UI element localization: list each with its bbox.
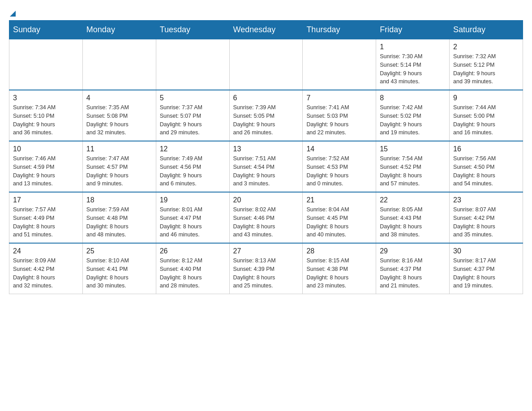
calendar-day-cell: 26Sunrise: 8:12 AM Sunset: 4:40 PM Dayli… xyxy=(156,243,229,294)
day-info: Sunrise: 8:16 AM Sunset: 4:37 PM Dayligh… xyxy=(380,257,446,290)
day-info: Sunrise: 8:10 AM Sunset: 4:41 PM Dayligh… xyxy=(86,257,152,290)
day-number: 22 xyxy=(380,196,446,204)
calendar-day-cell: 7Sunrise: 7:41 AM Sunset: 5:03 PM Daylig… xyxy=(303,90,376,141)
day-number: 27 xyxy=(233,247,299,255)
day-number: 18 xyxy=(86,196,152,204)
day-number: 14 xyxy=(306,145,372,153)
day-info: Sunrise: 7:41 AM Sunset: 5:03 PM Dayligh… xyxy=(306,103,372,137)
calendar-day-cell: 5Sunrise: 7:37 AM Sunset: 5:07 PM Daylig… xyxy=(156,90,229,141)
day-info: Sunrise: 7:32 AM Sunset: 5:12 PM Dayligh… xyxy=(453,52,519,86)
day-info: Sunrise: 8:09 AM Sunset: 4:42 PM Dayligh… xyxy=(13,257,79,290)
calendar-week-row: 17Sunrise: 7:57 AM Sunset: 4:49 PM Dayli… xyxy=(9,192,523,243)
day-info: Sunrise: 8:07 AM Sunset: 4:42 PM Dayligh… xyxy=(453,206,519,239)
calendar-day-cell xyxy=(9,39,83,90)
day-info: Sunrise: 7:59 AM Sunset: 4:48 PM Dayligh… xyxy=(86,206,152,239)
day-number: 17 xyxy=(13,196,79,204)
column-header-saturday: Saturday xyxy=(450,21,523,39)
column-header-wednesday: Wednesday xyxy=(229,21,303,39)
calendar-week-row: 1Sunrise: 7:30 AM Sunset: 5:14 PM Daylig… xyxy=(9,39,523,90)
calendar-day-cell: 28Sunrise: 8:15 AM Sunset: 4:38 PM Dayli… xyxy=(303,243,376,294)
day-number: 29 xyxy=(380,247,446,255)
calendar-day-cell: 15Sunrise: 7:54 AM Sunset: 4:52 PM Dayli… xyxy=(376,141,450,192)
calendar-day-cell: 13Sunrise: 7:51 AM Sunset: 4:54 PM Dayli… xyxy=(229,141,303,192)
day-info: Sunrise: 8:04 AM Sunset: 4:45 PM Dayligh… xyxy=(306,206,372,239)
day-info: Sunrise: 7:52 AM Sunset: 4:53 PM Dayligh… xyxy=(306,154,372,188)
page-header xyxy=(9,9,523,16)
day-number: 5 xyxy=(160,94,226,102)
day-info: Sunrise: 7:37 AM Sunset: 5:07 PM Dayligh… xyxy=(160,103,226,137)
day-info: Sunrise: 7:34 AM Sunset: 5:10 PM Dayligh… xyxy=(13,103,79,137)
day-number: 19 xyxy=(160,196,226,204)
calendar-day-cell: 16Sunrise: 7:56 AM Sunset: 4:50 PM Dayli… xyxy=(450,141,523,192)
day-number: 16 xyxy=(453,145,519,153)
day-info: Sunrise: 8:15 AM Sunset: 4:38 PM Dayligh… xyxy=(306,257,372,290)
calendar-table: SundayMondayTuesdayWednesdayThursdayFrid… xyxy=(9,20,523,294)
calendar-day-cell xyxy=(156,39,229,90)
calendar-day-cell: 9Sunrise: 7:44 AM Sunset: 5:00 PM Daylig… xyxy=(450,90,523,141)
day-number: 26 xyxy=(160,247,226,255)
calendar-day-cell: 30Sunrise: 8:17 AM Sunset: 4:37 PM Dayli… xyxy=(450,243,523,294)
day-number: 23 xyxy=(453,196,519,204)
day-number: 12 xyxy=(160,145,226,153)
calendar-day-cell: 4Sunrise: 7:35 AM Sunset: 5:08 PM Daylig… xyxy=(82,90,156,141)
day-info: Sunrise: 7:51 AM Sunset: 4:54 PM Dayligh… xyxy=(233,154,299,188)
calendar-day-cell: 22Sunrise: 8:05 AM Sunset: 4:43 PM Dayli… xyxy=(376,192,450,243)
day-info: Sunrise: 8:13 AM Sunset: 4:39 PM Dayligh… xyxy=(233,257,299,290)
calendar-day-cell xyxy=(303,39,376,90)
calendar-day-cell: 8Sunrise: 7:42 AM Sunset: 5:02 PM Daylig… xyxy=(376,90,450,141)
calendar-day-cell: 14Sunrise: 7:52 AM Sunset: 4:53 PM Dayli… xyxy=(303,141,376,192)
calendar-day-cell xyxy=(229,39,303,90)
calendar-day-cell: 1Sunrise: 7:30 AM Sunset: 5:14 PM Daylig… xyxy=(376,39,450,90)
day-info: Sunrise: 7:30 AM Sunset: 5:14 PM Dayligh… xyxy=(380,52,446,86)
day-number: 9 xyxy=(453,94,519,102)
day-number: 7 xyxy=(306,94,372,102)
day-number: 15 xyxy=(380,145,446,153)
column-header-monday: Monday xyxy=(82,21,156,39)
calendar-day-cell: 25Sunrise: 8:10 AM Sunset: 4:41 PM Dayli… xyxy=(82,243,156,294)
day-number: 3 xyxy=(13,94,79,102)
calendar-day-cell: 23Sunrise: 8:07 AM Sunset: 4:42 PM Dayli… xyxy=(450,192,523,243)
calendar-day-cell: 2Sunrise: 7:32 AM Sunset: 5:12 PM Daylig… xyxy=(450,39,523,90)
calendar-day-cell: 18Sunrise: 7:59 AM Sunset: 4:48 PM Dayli… xyxy=(82,192,156,243)
day-number: 2 xyxy=(453,43,519,51)
calendar-day-cell: 3Sunrise: 7:34 AM Sunset: 5:10 PM Daylig… xyxy=(9,90,83,141)
calendar-header-row: SundayMondayTuesdayWednesdayThursdayFrid… xyxy=(9,21,523,39)
column-header-thursday: Thursday xyxy=(303,21,376,39)
day-number: 8 xyxy=(380,94,446,102)
day-info: Sunrise: 8:01 AM Sunset: 4:47 PM Dayligh… xyxy=(160,206,226,239)
day-number: 11 xyxy=(86,145,152,153)
day-info: Sunrise: 7:46 AM Sunset: 4:59 PM Dayligh… xyxy=(13,154,79,188)
day-info: Sunrise: 8:02 AM Sunset: 4:46 PM Dayligh… xyxy=(233,206,299,239)
day-info: Sunrise: 7:57 AM Sunset: 4:49 PM Dayligh… xyxy=(13,206,79,239)
day-info: Sunrise: 8:17 AM Sunset: 4:37 PM Dayligh… xyxy=(453,257,519,290)
day-number: 24 xyxy=(13,247,79,255)
day-info: Sunrise: 7:49 AM Sunset: 4:56 PM Dayligh… xyxy=(160,154,226,188)
calendar-day-cell: 20Sunrise: 8:02 AM Sunset: 4:46 PM Dayli… xyxy=(229,192,303,243)
day-number: 6 xyxy=(233,94,299,102)
logo-triangle-icon xyxy=(10,11,16,17)
column-header-sunday: Sunday xyxy=(9,21,83,39)
day-number: 13 xyxy=(233,145,299,153)
day-number: 4 xyxy=(86,94,152,102)
calendar-day-cell xyxy=(82,39,156,90)
day-number: 20 xyxy=(233,196,299,204)
calendar-day-cell: 17Sunrise: 7:57 AM Sunset: 4:49 PM Dayli… xyxy=(9,192,83,243)
column-header-friday: Friday xyxy=(376,21,450,39)
calendar-week-row: 24Sunrise: 8:09 AM Sunset: 4:42 PM Dayli… xyxy=(9,243,523,294)
day-info: Sunrise: 8:05 AM Sunset: 4:43 PM Dayligh… xyxy=(380,206,446,239)
day-number: 21 xyxy=(306,196,372,204)
day-info: Sunrise: 7:42 AM Sunset: 5:02 PM Dayligh… xyxy=(380,103,446,137)
day-number: 28 xyxy=(306,247,372,255)
day-info: Sunrise: 7:56 AM Sunset: 4:50 PM Dayligh… xyxy=(453,154,519,188)
column-header-tuesday: Tuesday xyxy=(156,21,229,39)
day-number: 10 xyxy=(13,145,79,153)
calendar-day-cell: 10Sunrise: 7:46 AM Sunset: 4:59 PM Dayli… xyxy=(9,141,83,192)
day-info: Sunrise: 7:44 AM Sunset: 5:00 PM Dayligh… xyxy=(453,103,519,137)
calendar-day-cell: 29Sunrise: 8:16 AM Sunset: 4:37 PM Dayli… xyxy=(376,243,450,294)
calendar-day-cell: 27Sunrise: 8:13 AM Sunset: 4:39 PM Dayli… xyxy=(229,243,303,294)
calendar-day-cell: 19Sunrise: 8:01 AM Sunset: 4:47 PM Dayli… xyxy=(156,192,229,243)
calendar-week-row: 10Sunrise: 7:46 AM Sunset: 4:59 PM Dayli… xyxy=(9,141,523,192)
day-info: Sunrise: 8:12 AM Sunset: 4:40 PM Dayligh… xyxy=(160,257,226,290)
day-info: Sunrise: 7:35 AM Sunset: 5:08 PM Dayligh… xyxy=(86,103,152,137)
day-number: 1 xyxy=(380,43,446,51)
